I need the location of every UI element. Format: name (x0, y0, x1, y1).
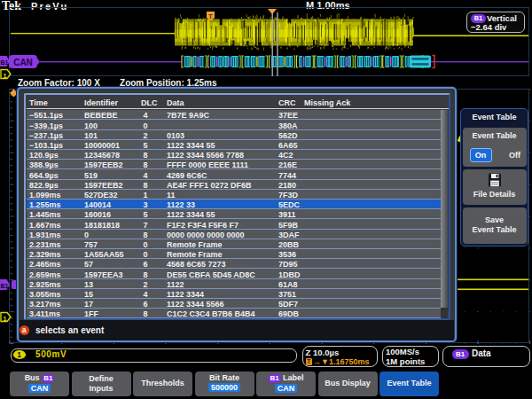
svg-text:B1: B1 (1, 283, 9, 289)
svg-text:1: 1 (3, 72, 7, 80)
svg-text:CAN: CAN (13, 58, 33, 67)
svg-text:B1: B1 (1, 59, 9, 66)
svg-text:1: 1 (3, 315, 7, 323)
svg-text:T: T (208, 12, 213, 20)
